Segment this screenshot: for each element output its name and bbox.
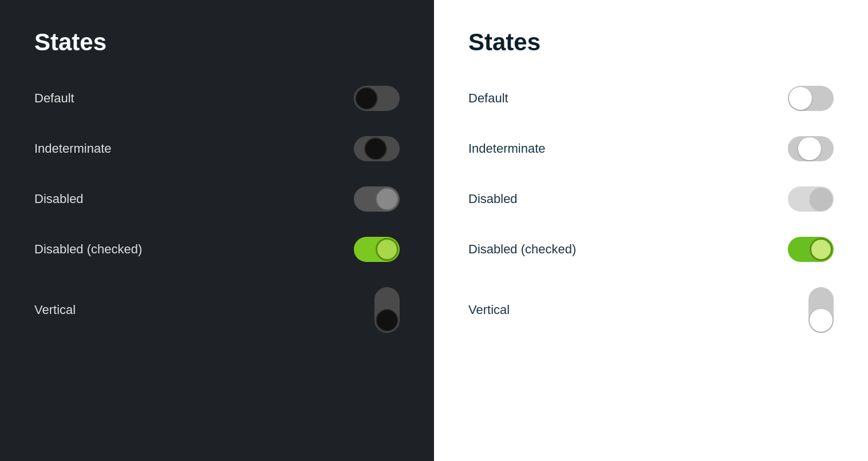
dark-default-label: Default	[34, 91, 74, 106]
dark-vertical-thumb	[376, 309, 399, 332]
light-vertical-toggle[interactable]	[808, 287, 834, 333]
dark-disabled-checked-thumb	[376, 238, 399, 261]
light-disabled-row: Disabled	[468, 174, 834, 224]
dark-panel-title: States	[34, 29, 400, 56]
light-disabled-checked-label: Disabled (checked)	[468, 242, 576, 257]
light-disabled-checked-toggle	[788, 237, 834, 262]
light-vertical-toggle-container	[765, 287, 834, 333]
light-default-toggle-container	[765, 86, 834, 111]
dark-vertical-toggle-container	[331, 287, 400, 333]
dark-vertical-row: Vertical	[34, 275, 400, 345]
light-indeterminate-label: Indeterminate	[468, 141, 546, 156]
light-default-row: Default	[468, 73, 834, 124]
light-vertical-row: Vertical	[468, 275, 834, 345]
dark-default-thumb	[355, 87, 378, 110]
dark-disabled-checked-row: Disabled (checked)	[34, 224, 400, 275]
dark-indeterminate-toggle[interactable]	[354, 136, 400, 161]
light-indeterminate-toggle[interactable]	[788, 136, 834, 161]
dark-indeterminate-label: Indeterminate	[34, 141, 112, 156]
dark-vertical-toggle[interactable]	[374, 287, 400, 333]
light-default-thumb	[789, 87, 812, 110]
dark-indeterminate-toggle-container	[331, 136, 400, 161]
light-disabled-checked-toggle-container	[765, 237, 834, 262]
dark-disabled-toggle-container	[331, 186, 400, 212]
dark-disabled-checked-toggle-container	[331, 237, 400, 262]
dark-disabled-checked-label: Disabled (checked)	[34, 242, 142, 257]
light-default-toggle[interactable]	[788, 86, 834, 111]
dark-indeterminate-thumb	[364, 137, 387, 160]
dark-disabled-thumb	[376, 188, 399, 210]
dark-vertical-label: Vertical	[34, 303, 76, 317]
light-vertical-thumb	[810, 309, 833, 332]
light-disabled-label: Disabled	[468, 192, 518, 206]
dark-default-toggle-container	[331, 86, 400, 111]
dark-default-toggle[interactable]	[354, 86, 400, 111]
dark-indeterminate-row: Indeterminate	[34, 124, 400, 174]
light-default-label: Default	[468, 91, 508, 106]
light-vertical-label: Vertical	[468, 303, 510, 317]
light-disabled-checked-row: Disabled (checked)	[468, 224, 834, 275]
dark-disabled-row: Disabled	[34, 174, 400, 224]
light-indeterminate-row: Indeterminate	[468, 124, 834, 174]
light-panel: States Default Indeterminate Disabled	[434, 0, 868, 461]
dark-disabled-checked-toggle	[354, 237, 400, 262]
light-disabled-checked-thumb	[810, 238, 833, 261]
light-indeterminate-thumb	[798, 137, 821, 160]
light-disabled-toggle-container	[765, 186, 834, 212]
light-disabled-thumb	[810, 188, 833, 210]
dark-disabled-label: Disabled	[34, 192, 84, 206]
light-panel-title: States	[468, 29, 834, 56]
light-indeterminate-toggle-container	[765, 136, 834, 161]
light-disabled-toggle	[788, 186, 834, 212]
dark-disabled-toggle	[354, 186, 400, 212]
dark-default-row: Default	[34, 73, 400, 124]
dark-panel: States Default Indeterminate Disabled	[0, 0, 434, 461]
